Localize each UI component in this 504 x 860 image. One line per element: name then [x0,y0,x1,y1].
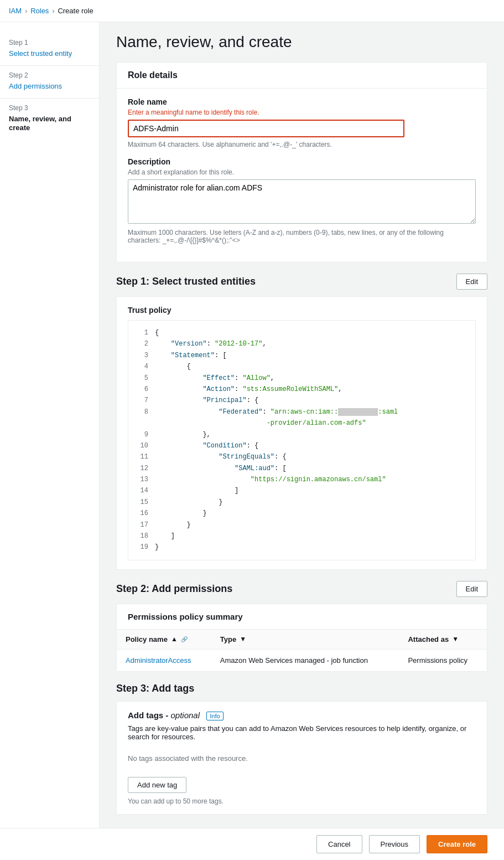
step3-section-title: Step 3: Add tags [116,683,194,694]
code-line-1: 1 { [139,327,464,338]
col-type: Type ▼ [211,630,399,650]
sidebar-item-add-permissions[interactable]: Add permissions [9,82,62,90]
code-line-19: 19 } [139,542,464,553]
role-name-label: Role name [128,97,476,106]
code-line-12: 12 "SAML:aud": [ [139,463,464,474]
policy-attached-as-cell: Permissions policy [399,649,487,671]
code-line-6: 6 "Action": "sts:AssumeRoleWithSAML", [139,384,464,395]
description-textarea[interactable]: Administrator role for alian.com ADFS [128,179,476,224]
sidebar-step-2: Step 2 Add permissions [0,66,99,99]
tags-header: Add tags - optional Info [128,710,476,720]
step2-section: Step 2: Add permissions Edit Permissions… [116,581,487,672]
trust-policy-title: Trust policy [128,306,476,315]
col-policy-name: Policy name ▲ 🔗 [117,630,211,650]
main-content: Name, review, and create Role details Ro… [100,22,504,860]
code-line-16: 16 } [139,508,464,519]
role-details-body: Role name Enter a meaningful name to ide… [117,89,487,262]
col-attached-as: Attached as ▼ [399,630,487,650]
tags-card: Add tags - optional Info Tags are key-va… [116,701,487,815]
policy-link[interactable]: AdministratorAccess [126,656,191,665]
breadcrumb-roles[interactable]: Roles [30,7,49,15]
breadcrumb-iam[interactable]: IAM [9,7,22,15]
no-tags-text: No tags associated with the resource. [128,749,476,768]
step1-section-title: Step 1: Select trusted entities [116,276,256,287]
breadcrumb-sep-2: › [52,7,54,15]
trust-policy-body: Trust policy 1 { 2 "Version": "2012-10-1… [117,297,487,569]
policy-type-cell: Amazon Web Services managed - job functi… [211,649,399,671]
step2-label: Step 2 [9,71,90,79]
step1-label: Step 1 [9,39,90,47]
description-group: Description Add a short explanation for … [128,157,476,244]
footer-bar: Cancel Previous Create role [0,828,504,860]
permissions-table: Policy name ▲ 🔗 Type ▼ [117,630,487,671]
sidebar-item-select-trusted-entity[interactable]: Select trusted entity [9,49,72,58]
code-line-11: 11 "StringEquals": { [139,451,464,462]
previous-button[interactable]: Previous [369,835,420,853]
role-name-input[interactable] [128,120,404,137]
code-line-10: 10 "Condition": { [139,440,464,451]
step3-section-header: Step 3: Add tags [116,683,487,694]
step1-section: Step 1: Select trusted entities Edit Tru… [116,274,487,570]
role-name-hint: Enter a meaningful name to identify this… [128,109,476,116]
step3-label: Step 3 [9,104,90,112]
breadcrumb-sep-1: › [25,7,27,15]
code-line-4: 4 { [139,361,464,372]
tags-section-title: Add tags - optional [128,710,202,720]
permissions-summary-title: Permissions policy summary [117,604,487,630]
tags-optional: optional [171,710,200,720]
create-role-button[interactable]: Create role [427,835,487,853]
add-new-tag-button[interactable]: Add new tag [128,777,186,793]
tags-info-link[interactable]: Info [206,712,223,720]
breadcrumb-current: Create role [58,7,93,15]
step3-tags-section: Step 3: Add tags Add tags - optional Inf… [116,683,487,815]
role-name-group: Role name Enter a meaningful name to ide… [128,97,476,148]
code-line-9: 9 }, [139,429,464,440]
table-row: AdministratorAccess Amazon Web Services … [117,649,487,671]
description-label: Description [128,157,476,166]
tags-description: Tags are key-value pairs that you can ad… [128,724,476,741]
step2-section-header: Step 2: Add permissions Edit [116,581,487,597]
page-title: Name, review, and create [116,33,487,51]
step1-section-header: Step 1: Select trusted entities Edit [116,274,487,290]
role-details-card: Role details Role name Enter a meaningfu… [116,62,487,262]
code-line-18: 18 ] [139,531,464,542]
policy-name-cell: AdministratorAccess [117,649,211,671]
step2-edit-button[interactable]: Edit [456,581,487,597]
code-line-7: 7 "Principal": { [139,395,464,406]
sidebar-item-name-review: Name, review, and create [9,115,71,132]
code-line-2: 2 "Version": "2012-10-17", [139,338,464,349]
breadcrumb: IAM › Roles › Create role [0,0,504,22]
step1-edit-button[interactable]: Edit [456,274,487,290]
code-line-8: 8 "Federated": "arn:aws-cn:iam::████████… [139,406,464,418]
code-line-8b: -provider/alian.com-adfs" [139,418,464,429]
code-line-3: 3 "Statement": [ [139,350,464,361]
code-line-14: 14 ] [139,485,464,496]
role-name-note: Maximum 64 characters. Use alphanumeric … [128,141,476,148]
permissions-card: Permissions policy summary Policy name ▲… [116,604,487,672]
table-header-row: Policy name ▲ 🔗 Type ▼ [117,630,487,650]
step2-section-title: Step 2: Add permissions [116,583,232,595]
tags-add-note: You can add up to 50 more tags. [128,797,476,805]
code-block: 1 { 2 "Version": "2012-10-17", 3 "Statem… [128,320,476,560]
role-details-title: Role details [128,70,476,80]
sidebar-step-1: Step 1 Select trusted entity [0,33,99,66]
sidebar-step-3: Step 3 Name, review, and create [0,99,99,140]
code-line-5: 5 "Effect": "Allow", [139,373,464,384]
sidebar: Step 1 Select trusted entity Step 2 Add … [0,22,100,860]
description-note: Maximum 1000 characters. Use letters (A-… [128,229,476,244]
code-line-15: 15 } [139,497,464,508]
trust-policy-card: Trust policy 1 { 2 "Version": "2012-10-1… [116,296,487,570]
cancel-button[interactable]: Cancel [316,835,362,853]
description-hint: Add a short explanation for this role. [128,168,476,176]
code-line-17: 17 } [139,519,464,531]
role-details-header: Role details [117,63,487,89]
code-line-13: 13 "https://signin.amazonaws.cn/saml" [139,474,464,485]
